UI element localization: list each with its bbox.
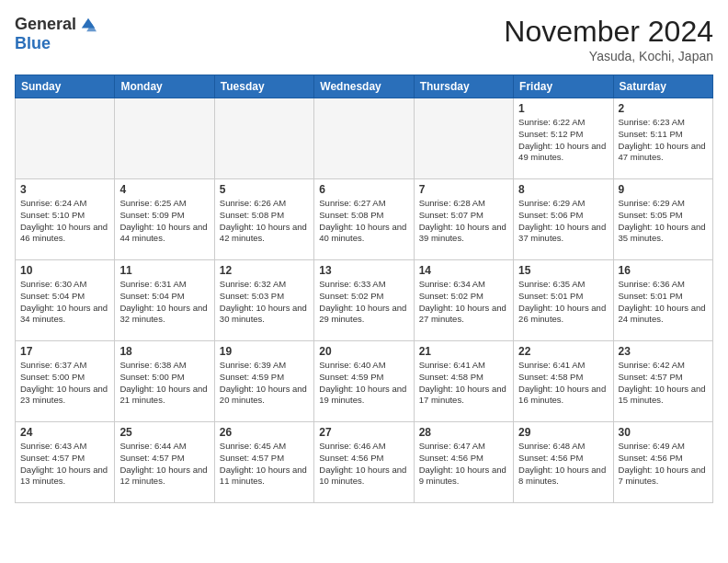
day-number: 23: [619, 345, 708, 358]
day-number: 25: [119, 426, 209, 439]
calendar-cell: 5Sunrise: 6:26 AM Sunset: 5:08 PM Daylig…: [214, 179, 313, 260]
cell-info: Sunrise: 6:37 AM Sunset: 5:00 PM Dayligh…: [20, 360, 109, 407]
calendar-cell: 18Sunrise: 6:38 AM Sunset: 5:00 PM Dayli…: [115, 341, 214, 422]
calendar-week-3: 10Sunrise: 6:30 AM Sunset: 5:04 PM Dayli…: [16, 260, 713, 341]
calendar-cell: 15Sunrise: 6:35 AM Sunset: 5:01 PM Dayli…: [514, 260, 613, 341]
cell-info: Sunrise: 6:32 AM Sunset: 5:03 PM Dayligh…: [220, 279, 309, 326]
cell-info: Sunrise: 6:29 AM Sunset: 5:05 PM Dayligh…: [619, 198, 708, 245]
cell-info: Sunrise: 6:40 AM Sunset: 4:59 PM Dayligh…: [319, 360, 408, 407]
title-block: November 2024 Yasuda, Kochi, Japan: [504, 15, 713, 63]
cell-info: Sunrise: 6:23 AM Sunset: 5:11 PM Dayligh…: [619, 117, 708, 164]
cell-info: Sunrise: 6:44 AM Sunset: 4:57 PM Dayligh…: [119, 441, 209, 488]
calendar-cell: [115, 98, 214, 179]
calendar-cell: 10Sunrise: 6:30 AM Sunset: 5:04 PM Dayli…: [16, 260, 115, 341]
day-number: 4: [119, 183, 209, 196]
day-number: 19: [220, 345, 309, 358]
calendar-cell: 17Sunrise: 6:37 AM Sunset: 5:00 PM Dayli…: [16, 341, 115, 422]
cell-info: Sunrise: 6:28 AM Sunset: 5:07 PM Dayligh…: [419, 198, 508, 245]
day-number: 21: [419, 345, 508, 358]
day-number: 7: [419, 183, 508, 196]
calendar-cell: 7Sunrise: 6:28 AM Sunset: 5:07 PM Daylig…: [414, 179, 513, 260]
calendar-week-1: 1Sunrise: 6:22 AM Sunset: 5:12 PM Daylig…: [16, 98, 713, 179]
cell-info: Sunrise: 6:24 AM Sunset: 5:10 PM Dayligh…: [20, 198, 109, 245]
day-number: 6: [319, 183, 408, 196]
day-number: 8: [518, 183, 608, 196]
cell-info: Sunrise: 6:30 AM Sunset: 5:04 PM Dayligh…: [20, 279, 109, 326]
calendar-cell: 4Sunrise: 6:25 AM Sunset: 5:09 PM Daylig…: [115, 179, 214, 260]
cell-info: Sunrise: 6:41 AM Sunset: 4:58 PM Dayligh…: [518, 360, 608, 407]
calendar-week-5: 24Sunrise: 6:43 AM Sunset: 4:57 PM Dayli…: [16, 422, 713, 503]
calendar-cell: [16, 98, 115, 179]
cell-info: Sunrise: 6:49 AM Sunset: 4:56 PM Dayligh…: [619, 441, 708, 488]
cell-info: Sunrise: 6:31 AM Sunset: 5:04 PM Dayligh…: [119, 279, 209, 326]
cell-info: Sunrise: 6:22 AM Sunset: 5:12 PM Dayligh…: [518, 117, 608, 164]
calendar-week-2: 3Sunrise: 6:24 AM Sunset: 5:10 PM Daylig…: [16, 179, 713, 260]
logo-icon: [80, 17, 97, 33]
cell-info: Sunrise: 6:34 AM Sunset: 5:02 PM Dayligh…: [419, 279, 508, 326]
cell-info: Sunrise: 6:36 AM Sunset: 5:01 PM Dayligh…: [619, 279, 708, 326]
cell-info: Sunrise: 6:38 AM Sunset: 5:00 PM Dayligh…: [119, 360, 209, 407]
logo-general-text: General: [15, 15, 76, 34]
cell-info: Sunrise: 6:39 AM Sunset: 4:59 PM Dayligh…: [220, 360, 309, 407]
calendar-cell: 2Sunrise: 6:23 AM Sunset: 5:11 PM Daylig…: [613, 98, 712, 179]
day-number: 1: [518, 102, 608, 115]
calendar-cell: 28Sunrise: 6:47 AM Sunset: 4:56 PM Dayli…: [414, 422, 513, 503]
calendar-cell: 22Sunrise: 6:41 AM Sunset: 4:58 PM Dayli…: [514, 341, 613, 422]
cell-info: Sunrise: 6:27 AM Sunset: 5:08 PM Dayligh…: [319, 198, 408, 245]
weekday-header-sunday: Sunday: [16, 75, 115, 98]
weekday-header-thursday: Thursday: [414, 75, 513, 98]
day-number: 14: [419, 264, 508, 277]
logo-blue-text: Blue: [15, 34, 51, 53]
cell-info: Sunrise: 6:35 AM Sunset: 5:01 PM Dayligh…: [518, 279, 608, 326]
calendar-cell: 20Sunrise: 6:40 AM Sunset: 4:59 PM Dayli…: [314, 341, 414, 422]
day-number: 24: [20, 426, 109, 439]
cell-info: Sunrise: 6:26 AM Sunset: 5:08 PM Dayligh…: [220, 198, 309, 245]
location-subtitle: Yasuda, Kochi, Japan: [504, 49, 713, 63]
day-number: 2: [619, 102, 708, 115]
day-number: 12: [220, 264, 309, 277]
cell-info: Sunrise: 6:41 AM Sunset: 4:58 PM Dayligh…: [419, 360, 508, 407]
cell-info: Sunrise: 6:46 AM Sunset: 4:56 PM Dayligh…: [319, 441, 408, 488]
calendar-cell: 30Sunrise: 6:49 AM Sunset: 4:56 PM Dayli…: [613, 422, 712, 503]
calendar-cell: 16Sunrise: 6:36 AM Sunset: 5:01 PM Dayli…: [613, 260, 712, 341]
cell-info: Sunrise: 6:45 AM Sunset: 4:57 PM Dayligh…: [220, 441, 309, 488]
calendar-cell: 6Sunrise: 6:27 AM Sunset: 5:08 PM Daylig…: [314, 179, 414, 260]
weekday-header-wednesday: Wednesday: [314, 75, 414, 98]
calendar-cell: 29Sunrise: 6:48 AM Sunset: 4:56 PM Dayli…: [514, 422, 613, 503]
day-number: 18: [119, 345, 209, 358]
day-number: 22: [518, 345, 608, 358]
calendar-table: SundayMondayTuesdayWednesdayThursdayFrid…: [15, 75, 713, 503]
logo: General Blue: [15, 15, 97, 53]
weekday-header-row: SundayMondayTuesdayWednesdayThursdayFrid…: [16, 75, 713, 98]
day-number: 26: [220, 426, 309, 439]
cell-info: Sunrise: 6:48 AM Sunset: 4:56 PM Dayligh…: [518, 441, 608, 488]
weekday-header-tuesday: Tuesday: [214, 75, 313, 98]
cell-info: Sunrise: 6:43 AM Sunset: 4:57 PM Dayligh…: [20, 441, 109, 488]
calendar-cell: 23Sunrise: 6:42 AM Sunset: 4:57 PM Dayli…: [613, 341, 712, 422]
calendar-week-4: 17Sunrise: 6:37 AM Sunset: 5:00 PM Dayli…: [16, 341, 713, 422]
calendar-cell: 3Sunrise: 6:24 AM Sunset: 5:10 PM Daylig…: [16, 179, 115, 260]
calendar-cell: 21Sunrise: 6:41 AM Sunset: 4:58 PM Dayli…: [414, 341, 513, 422]
calendar-cell: 25Sunrise: 6:44 AM Sunset: 4:57 PM Dayli…: [115, 422, 214, 503]
day-number: 16: [619, 264, 708, 277]
day-number: 13: [319, 264, 408, 277]
cell-info: Sunrise: 6:42 AM Sunset: 4:57 PM Dayligh…: [619, 360, 708, 407]
day-number: 17: [20, 345, 109, 358]
day-number: 20: [319, 345, 408, 358]
calendar-cell: 13Sunrise: 6:33 AM Sunset: 5:02 PM Dayli…: [314, 260, 414, 341]
calendar-cell: [214, 98, 313, 179]
day-number: 29: [518, 426, 608, 439]
cell-info: Sunrise: 6:47 AM Sunset: 4:56 PM Dayligh…: [419, 441, 508, 488]
calendar-cell: 9Sunrise: 6:29 AM Sunset: 5:05 PM Daylig…: [613, 179, 712, 260]
cell-info: Sunrise: 6:29 AM Sunset: 5:06 PM Dayligh…: [518, 198, 608, 245]
day-number: 10: [20, 264, 109, 277]
day-number: 27: [319, 426, 408, 439]
calendar-cell: 1Sunrise: 6:22 AM Sunset: 5:12 PM Daylig…: [514, 98, 613, 179]
day-number: 30: [619, 426, 708, 439]
weekday-header-friday: Friday: [514, 75, 613, 98]
calendar-cell: 11Sunrise: 6:31 AM Sunset: 5:04 PM Dayli…: [115, 260, 214, 341]
calendar-cell: [314, 98, 414, 179]
month-title: November 2024: [504, 15, 713, 49]
weekday-header-saturday: Saturday: [613, 75, 712, 98]
day-number: 15: [518, 264, 608, 277]
